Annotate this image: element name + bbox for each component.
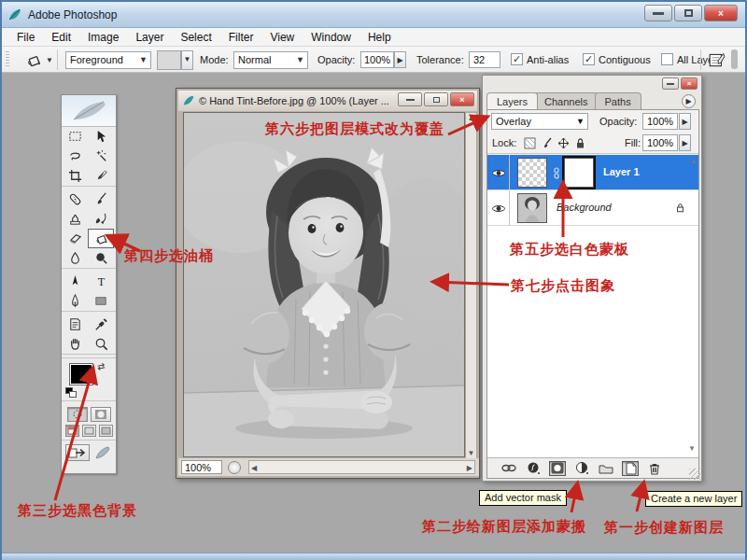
lock-transparency-icon[interactable] — [524, 137, 536, 149]
doc-minimize-button[interactable] — [398, 92, 422, 106]
tool-shape[interactable] — [88, 291, 114, 311]
layer-row-background[interactable]: Background — [487, 190, 698, 226]
tool-magic-wand[interactable] — [88, 147, 114, 166]
horizontal-scrollbar[interactable]: ◀ ▶ — [248, 460, 475, 474]
quick-mask-button[interactable] — [91, 407, 111, 422]
menu-filter[interactable]: Filter — [221, 29, 261, 46]
tolerance-input[interactable]: 32 — [469, 51, 500, 68]
background-visibility-toggle[interactable] — [487, 190, 510, 226]
blend-mode-select[interactable]: Overlay ▼ — [491, 113, 588, 130]
tool-zoom[interactable] — [88, 334, 114, 354]
maximize-button[interactable] — [674, 5, 702, 21]
lock-all-icon[interactable] — [574, 137, 586, 149]
tool-healing-brush[interactable] — [62, 189, 88, 209]
zoom-input[interactable]: 100% — [181, 460, 222, 474]
close-button[interactable]: × — [704, 5, 738, 21]
minimize-button[interactable] — [644, 5, 672, 21]
scroll-down-icon[interactable]: ▼ — [467, 449, 475, 457]
panel-opacity-input[interactable]: 100% — [642, 113, 678, 130]
palette-resize-grip[interactable] — [689, 469, 700, 480]
menu-file[interactable]: File — [9, 29, 42, 46]
all-layers-checkbox[interactable] — [661, 53, 673, 65]
lock-position-icon[interactable] — [557, 137, 570, 149]
swap-colors-icon[interactable]: ⇄ — [96, 360, 106, 371]
tool-brush[interactable] — [88, 189, 114, 209]
status-clock-icon[interactable] — [228, 461, 241, 474]
mode-select[interactable]: Normal ▼ — [233, 51, 308, 69]
layer1-mask-thumbnail[interactable] — [564, 158, 594, 188]
layer1-visibility-toggle[interactable] — [487, 155, 510, 190]
layers-scroll-up-icon[interactable]: ▲ — [689, 157, 697, 165]
scroll-right-icon[interactable]: ▶ — [467, 464, 472, 472]
layer1-thumbnail[interactable] — [517, 158, 547, 188]
scroll-left-icon[interactable]: ◀ — [251, 464, 257, 472]
menu-image[interactable]: Image — [80, 29, 126, 46]
doc-close-button[interactable]: × — [450, 92, 474, 106]
screen-mode-full-menubar-button[interactable] — [82, 425, 96, 437]
jump-to-imageready-button[interactable] — [65, 444, 90, 461]
layer-row-layer1[interactable]: Layer 1 ▲ — [487, 155, 698, 190]
tool-preset-arrow[interactable]: ▼ — [46, 56, 53, 64]
tool-history-brush[interactable] — [88, 209, 114, 229]
tool-hand[interactable] — [62, 334, 88, 354]
tool-move[interactable] — [88, 127, 114, 147]
create-new-layer-button[interactable] — [622, 461, 639, 476]
screen-mode-standard-button[interactable] — [65, 425, 79, 437]
tool-notes[interactable] — [62, 315, 88, 334]
layer-style-icon[interactable] — [525, 461, 542, 476]
palette-menu-icon[interactable]: ▶ — [682, 94, 696, 108]
tool-eraser[interactable] — [62, 229, 88, 248]
scroll-up-icon[interactable]: ▲ — [467, 114, 475, 122]
add-layer-mask-button[interactable] — [549, 461, 566, 476]
lock-pixels-brush-icon[interactable] — [541, 137, 553, 149]
tool-paint-bucket[interactable] — [88, 229, 114, 248]
tool-clone-stamp[interactable] — [62, 209, 88, 229]
document-title-bar[interactable]: © Hand Tint-Before.jpg @ 100% (Layer ...… — [178, 91, 477, 111]
adjustment-layer-icon[interactable] — [573, 461, 590, 476]
tab-layers[interactable]: Layers — [486, 92, 538, 109]
tool-slice[interactable] — [88, 166, 114, 186]
anti-alias-checkbox[interactable]: ✓ — [511, 53, 523, 65]
menu-help[interactable]: Help — [360, 29, 399, 46]
layer1-name[interactable]: Layer 1 — [603, 166, 640, 177]
menu-select[interactable]: Select — [173, 29, 218, 46]
menu-layer[interactable]: Layer — [128, 29, 171, 46]
tool-eyedropper[interactable] — [88, 315, 114, 334]
palette-minimize-button[interactable] — [662, 77, 679, 90]
layers-scroll-down-icon[interactable]: ▼ — [688, 444, 696, 455]
fill-source-select[interactable]: Foreground ▼ — [65, 51, 151, 69]
opacity-spinner[interactable]: ▶ — [394, 51, 406, 68]
pattern-swatch[interactable] — [157, 50, 181, 70]
tool-type[interactable]: T — [88, 272, 114, 291]
contiguous-checkbox[interactable]: ✓ — [583, 53, 595, 65]
tool-dodge[interactable] — [88, 248, 114, 268]
tool-pen[interactable] — [62, 291, 88, 311]
opacity-input[interactable]: 100% — [360, 51, 394, 68]
foreground-color-swatch[interactable] — [69, 363, 93, 385]
default-colors-icon[interactable] — [65, 387, 77, 398]
tab-channels[interactable]: Channels — [534, 92, 598, 109]
fill-spinner[interactable]: ▶ — [679, 134, 691, 151]
background-thumbnail[interactable] — [517, 193, 547, 223]
screen-mode-full-button[interactable] — [99, 425, 113, 437]
tool-rect-marquee[interactable] — [62, 127, 88, 147]
tool-crop[interactable] — [62, 166, 88, 186]
link-layers-icon[interactable] — [500, 461, 517, 476]
tool-lasso[interactable] — [62, 147, 88, 166]
photo-canvas[interactable] — [183, 112, 465, 457]
new-group-icon[interactable] — [598, 461, 614, 476]
background-name[interactable]: Background — [557, 202, 612, 213]
fill-input[interactable]: 100% — [642, 134, 678, 151]
panel-opacity-spinner[interactable]: ▶ — [679, 113, 691, 130]
menu-window[interactable]: Window — [303, 29, 359, 46]
mask-link-icon[interactable] — [552, 167, 561, 179]
pattern-arrow[interactable]: ▼ — [181, 50, 193, 70]
tab-paths[interactable]: Paths — [595, 92, 641, 109]
tool-path-select[interactable] — [62, 272, 88, 291]
tool-blur[interactable] — [62, 248, 88, 268]
menu-edit[interactable]: Edit — [44, 29, 78, 46]
delete-layer-icon[interactable] — [646, 461, 663, 476]
palette-close-button[interactable]: × — [681, 77, 698, 90]
brushes-palette-icon[interactable] — [708, 50, 726, 69]
doc-maximize-button[interactable] — [424, 92, 448, 106]
